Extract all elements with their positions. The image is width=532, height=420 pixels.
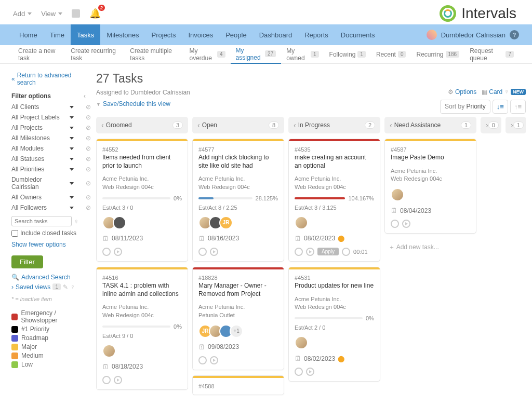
notes-icon[interactable]	[72, 9, 80, 18]
play-icon[interactable]	[306, 368, 314, 376]
nav-milestones[interactable]: Milestones	[100, 24, 145, 45]
help-icon[interactable]: ?	[510, 30, 519, 39]
more-avatars[interactable]: +1	[230, 324, 243, 338]
avatar-icon	[102, 344, 116, 358]
clear-icon[interactable]: ⊘	[86, 114, 91, 121]
warning-icon: ⬤	[338, 355, 344, 362]
options-link[interactable]: ⚙Options	[448, 88, 476, 96]
clear-icon[interactable]: ⊘	[86, 194, 91, 201]
sort-desc-button[interactable]: ↑≡	[510, 100, 526, 114]
sort-select[interactable]: Sort by Priority	[440, 100, 490, 114]
filter-select[interactable]: All Priorities	[11, 166, 74, 173]
filter-select[interactable]: All Modules	[11, 145, 74, 152]
task-card[interactable]: #4535make creating an account an optiona…	[288, 139, 380, 262]
card-view-link[interactable]: ▦Card ♀ NEW	[482, 88, 526, 96]
sort-asc-button[interactable]: ↓≡	[493, 100, 508, 114]
filter-select[interactable]: All Statuses	[11, 155, 74, 162]
subnav-item[interactable]: My owned1	[281, 45, 324, 64]
clear-icon[interactable]: ⊘	[86, 204, 91, 211]
timer-icon[interactable]	[295, 248, 303, 256]
task-card[interactable]: #4588	[192, 375, 284, 395]
nav-home[interactable]: Home	[13, 24, 44, 45]
show-fewer-link[interactable]: Show fewer options	[11, 241, 66, 248]
subnav-item[interactable]: Following1	[324, 45, 371, 64]
play-icon[interactable]	[114, 376, 122, 384]
nav-tasks[interactable]: Tasks	[71, 24, 100, 45]
advanced-search-link[interactable]: 🔍 Advanced Search	[11, 274, 91, 281]
column-header[interactable]: ›0	[481, 117, 501, 133]
nav-people[interactable]: People	[219, 24, 252, 45]
saved-views-link[interactable]: › Saved views 1 ✎ ♀	[11, 283, 91, 291]
filter-button[interactable]: Filter	[11, 255, 43, 268]
task-card[interactable]: #4516TASK 4.1 : problem with inline admi…	[96, 267, 188, 390]
task-card[interactable]: #4587Image Paste DemoAcme Petunia Inc.We…	[384, 139, 476, 234]
subnav-item[interactable]: Create multiple tasks	[125, 45, 184, 64]
notifications-icon[interactable]: 🔔2	[89, 8, 101, 19]
task-meta: Acme Petunia Inc.Web Redesign 004c	[295, 175, 374, 191]
include-closed-checkbox[interactable]	[11, 230, 18, 237]
timer-icon[interactable]	[198, 248, 207, 256]
column-header[interactable]: ‹Need Assistance1	[384, 117, 476, 133]
task-card[interactable]: #4531Product updates for new lineAcme Pe…	[288, 267, 380, 382]
subnav-item[interactable]: Request queue7	[464, 45, 519, 64]
nav-dashboard[interactable]: Dashboard	[253, 24, 299, 45]
nav-invoices[interactable]: Invoices	[182, 24, 219, 45]
timer-icon[interactable]	[391, 220, 399, 228]
nav-projects[interactable]: Projects	[145, 24, 182, 45]
column-header[interactable]: ‹In Progress2	[288, 117, 380, 133]
return-link[interactable]: « Return to advanced search	[11, 72, 91, 86]
clear-icon[interactable]: ⊘	[86, 155, 91, 162]
filter-select[interactable]: All Milestones	[11, 134, 74, 142]
filter-select[interactable]: All Followers	[11, 204, 74, 211]
subnav-item[interactable]: Create a new task	[13, 45, 65, 64]
timer-icon[interactable]	[295, 368, 303, 376]
play-icon[interactable]	[114, 248, 122, 256]
subnav-item[interactable]: My overdue4	[184, 45, 230, 64]
filter-select[interactable]: Dumbledor Calrissian	[11, 176, 74, 191]
due-date: 🗓08/02/2023⬤	[295, 355, 374, 362]
clear-icon[interactable]: ⊘	[86, 180, 91, 187]
search-input[interactable]	[11, 216, 72, 226]
subnav-item[interactable]: Recurring186	[411, 45, 464, 64]
subnav-item[interactable]: My assigned27	[231, 45, 282, 64]
nav-time[interactable]: Time	[44, 24, 71, 45]
column-header[interactable]: ›1	[506, 117, 526, 133]
hint-icon[interactable]: ♀	[70, 283, 75, 291]
filter-select[interactable]: All Owners	[11, 194, 74, 201]
timer-icon[interactable]	[102, 376, 111, 384]
timer-icon[interactable]	[102, 248, 111, 256]
task-card[interactable]: #4552Items needed from client prior to l…	[96, 139, 188, 262]
filter-select[interactable]: All Clients	[11, 103, 74, 111]
clear-icon[interactable]: ⊘	[86, 103, 91, 111]
clear-icon[interactable]: ⊘	[86, 124, 91, 131]
play-icon[interactable]	[402, 220, 410, 228]
nav-documents[interactable]: Documents	[335, 24, 381, 45]
task-meta: Acme Petunia Inc.Petunia Outlet	[198, 303, 278, 319]
nav-reports[interactable]: Reports	[298, 24, 335, 45]
clear-icon[interactable]: ⊘	[86, 145, 91, 152]
user-menu[interactable]: Dumbledor Calrissian ?	[427, 30, 519, 40]
clear-icon[interactable]: ⊘	[86, 134, 91, 142]
apply-button[interactable]: Apply	[317, 248, 339, 255]
column-header[interactable]: ‹Open8	[192, 117, 284, 133]
filter-sidebar: « Return to advanced search Filter optio…	[0, 64, 91, 400]
add-task-link[interactable]: ＋ Add new task...	[384, 239, 476, 256]
add-menu[interactable]: Add	[13, 10, 32, 18]
play-icon[interactable]	[210, 248, 218, 256]
play-icon[interactable]	[210, 356, 218, 364]
task-card[interactable]: #18828Mary Manager - Owner - Removed fro…	[192, 267, 284, 370]
column-header[interactable]: ‹Groomed3	[96, 117, 188, 133]
task-card[interactable]: #4577Add right click blocking to site li…	[192, 139, 284, 262]
subnav-item[interactable]: Create recurring task	[65, 45, 125, 64]
view-menu[interactable]: View	[41, 10, 62, 18]
clear-icon[interactable]: ⊘	[86, 166, 91, 173]
filter-select[interactable]: All Projects	[11, 124, 74, 131]
subnav-item[interactable]: Recent0	[371, 45, 411, 64]
pencil-icon[interactable]: ✎	[63, 283, 68, 291]
timer-icon[interactable]	[198, 356, 207, 364]
play-icon[interactable]	[306, 248, 314, 256]
collapse-icon[interactable]: ‹	[84, 92, 86, 100]
hint-icon[interactable]: ♀	[74, 218, 79, 225]
task-id: #4535	[295, 146, 374, 153]
filter-select[interactable]: All Project Labels	[11, 114, 74, 121]
